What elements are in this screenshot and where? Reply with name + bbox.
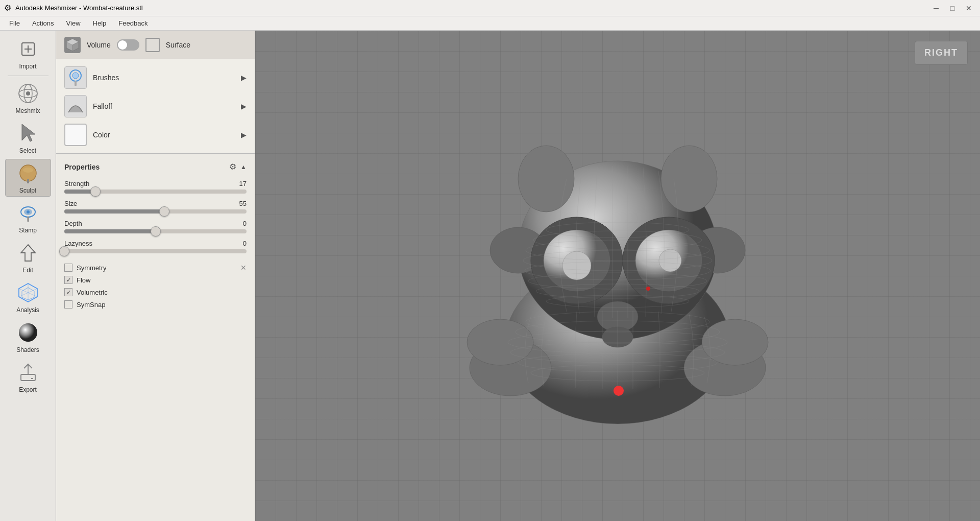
sidebar-item-meshmix-label: Meshmix	[15, 107, 40, 114]
left-sidebar: Import Meshmix Select	[0, 31, 56, 521]
properties-gear-icon[interactable]: ⚙	[229, 162, 236, 172]
sidebar-item-select[interactable]: Select	[5, 119, 51, 157]
volume-label: Volume	[87, 41, 111, 49]
color-row[interactable]: Color ▶	[56, 121, 255, 149]
titlebar: ⚙ Autodesk Meshmixer - Wombat-creature.s…	[0, 0, 980, 16]
svg-line-16	[28, 245, 35, 253]
svg-point-9	[23, 168, 33, 173]
sidebar-item-shaders-label: Shaders	[16, 346, 39, 353]
falloff-label: Falloff	[93, 102, 235, 110]
sidebar-divider-1	[8, 76, 48, 76]
strength-row: Strength 17	[56, 178, 255, 198]
menu-view[interactable]: View	[61, 18, 86, 28]
depth-fill	[64, 229, 156, 233]
mode-toggle-switch[interactable]	[117, 39, 139, 51]
flow-checkbox-label: Flow	[77, 276, 247, 284]
toggle-knob	[118, 40, 127, 50]
viewport[interactable]: RIGHT	[255, 31, 980, 521]
menu-file[interactable]: File	[4, 18, 25, 28]
symsnap-checkbox[interactable]	[64, 300, 72, 309]
sidebar-item-meshmix[interactable]: Meshmix	[5, 79, 51, 117]
surface-mode-icon	[145, 38, 160, 52]
depth-thumb[interactable]	[151, 226, 161, 236]
svg-point-38	[518, 146, 574, 212]
strength-value: 17	[239, 180, 247, 187]
properties-collapse-icon[interactable]: ▲	[240, 163, 247, 171]
strength-slider[interactable]	[64, 190, 247, 194]
app-icon: ⚙	[4, 3, 11, 13]
sidebar-item-stamp[interactable]: Stamp	[5, 199, 51, 236]
titlebar-controls: ─ □ ✕	[929, 1, 976, 15]
brush-options-panel: Brushes ▶ Falloff ▶ Color ▶	[56, 59, 255, 154]
size-slider[interactable]	[64, 209, 247, 214]
close-button[interactable]: ✕	[962, 1, 976, 15]
shaders-icon	[16, 321, 40, 344]
symmetry-checkbox-row: Symmetry ✕	[64, 262, 247, 274]
sidebar-item-select-label: Select	[19, 147, 36, 154]
sidebar-item-sculpt[interactable]: Sculpt	[5, 159, 51, 197]
symmetry-checkbox[interactable]	[64, 264, 72, 272]
svg-point-13	[27, 210, 30, 214]
symmetry-x-icon[interactable]: ✕	[240, 264, 247, 272]
flow-checkbox[interactable]: ✓	[64, 276, 72, 284]
menu-actions[interactable]: Actions	[27, 18, 59, 28]
main-layout: Import Meshmix Select	[0, 31, 980, 521]
svg-point-36	[467, 319, 533, 365]
svg-rect-23	[21, 374, 35, 381]
volume-mode-icon	[64, 37, 81, 53]
export-icon	[16, 361, 40, 384]
lazyness-thumb[interactable]	[59, 246, 69, 256]
falloff-row[interactable]: Falloff ▶	[56, 92, 255, 121]
strength-label: Strength	[64, 180, 89, 187]
color-label: Color	[93, 131, 235, 139]
lazyness-row: Lazyness 0	[56, 238, 255, 257]
size-row: Size 55	[56, 198, 255, 218]
svg-marker-7	[22, 124, 35, 141]
sidebar-item-export[interactable]: Export	[5, 358, 51, 396]
falloff-icon	[64, 95, 87, 117]
svg-point-46	[562, 251, 591, 280]
menu-feedback[interactable]: Feedback	[113, 18, 153, 28]
color-arrow-icon: ▶	[241, 131, 247, 139]
stamp-icon	[16, 201, 40, 225]
strength-thumb[interactable]	[90, 186, 101, 197]
falloff-arrow-icon: ▶	[241, 102, 247, 110]
svg-point-65	[646, 287, 650, 291]
size-thumb[interactable]	[159, 206, 169, 217]
sidebar-item-analysis[interactable]: Analysis	[5, 278, 51, 316]
svg-point-30	[72, 73, 79, 79]
properties-panel: Properties ⚙ ▲ Strength 17 Size 5	[56, 154, 255, 521]
sidebar-item-analysis-label: Analysis	[16, 306, 39, 314]
volumetric-checkbox-label: Volumetric	[77, 289, 247, 296]
size-value: 55	[239, 200, 247, 207]
brushes-icon	[64, 66, 87, 89]
minimize-button[interactable]: ─	[929, 1, 943, 15]
svg-rect-10	[27, 179, 29, 183]
volumetric-checkbox-row: ✓ Volumetric	[64, 286, 247, 298]
titlebar-title: Autodesk Meshmixer - Wombat-creature.stl	[15, 4, 143, 12]
depth-slider[interactable]	[64, 229, 247, 233]
model-container	[255, 31, 980, 521]
depth-row: Depth 0	[56, 218, 255, 238]
checkbox-section: Symmetry ✕ ✓ Flow ✓ Volumetric SymSnap	[56, 257, 255, 315]
sidebar-item-import[interactable]: Import	[5, 35, 51, 73]
menu-help[interactable]: Help	[88, 18, 112, 28]
maximize-button[interactable]: □	[945, 1, 960, 15]
size-fill	[64, 209, 164, 214]
depth-label: Depth	[64, 220, 82, 227]
brushes-row[interactable]: Brushes ▶	[56, 63, 255, 92]
sidebar-item-stamp-label: Stamp	[19, 227, 37, 234]
lazyness-slider[interactable]	[64, 249, 247, 253]
svg-point-8	[20, 165, 36, 181]
properties-title: Properties	[64, 163, 225, 171]
volumetric-checkbox[interactable]: ✓	[64, 288, 72, 296]
menubar: File Actions View Help Feedback	[0, 16, 980, 31]
analysis-icon	[16, 281, 40, 304]
model-svg	[388, 97, 847, 455]
sidebar-item-edit[interactable]: Edit	[5, 239, 51, 276]
sidebar-item-edit-label: Edit	[22, 267, 33, 274]
symsnap-checkbox-row: SymSnap	[64, 298, 247, 311]
select-icon	[16, 122, 40, 145]
sidebar-item-shaders[interactable]: Shaders	[5, 318, 51, 356]
brushes-label: Brushes	[93, 74, 235, 82]
